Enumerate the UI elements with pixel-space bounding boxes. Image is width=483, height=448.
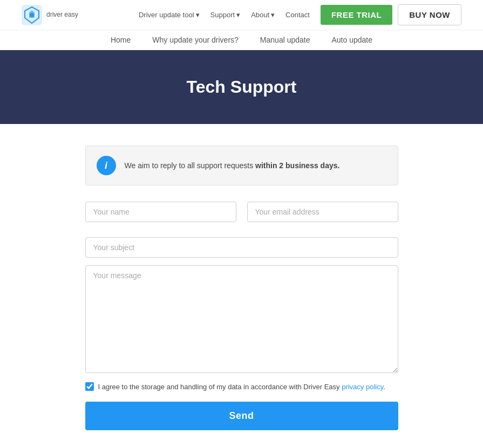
hero-section: Tech Support [0, 50, 483, 124]
dropdown-arrow-icon: ▾ [196, 11, 200, 19]
info-box: i We aim to reply to all support request… [85, 146, 398, 185]
nav-contact[interactable]: Contact [285, 11, 310, 19]
logo[interactable]: driver easy [22, 5, 78, 25]
checkbox-row: I agree to the storage and handling of m… [85, 382, 398, 391]
info-text: We aim to reply to all support requests … [125, 161, 340, 170]
privacy-policy-link[interactable]: privacy policy [342, 383, 383, 391]
email-input[interactable] [247, 202, 398, 222]
subject-field [85, 237, 398, 258]
name-email-row [85, 202, 398, 230]
nav-about[interactable]: About ▾ [251, 11, 275, 19]
nav-driver-update-tool[interactable]: Driver update tool ▾ [139, 11, 200, 19]
buy-now-button[interactable]: BUY NOW [398, 4, 461, 25]
dropdown-arrow-icon: ▾ [271, 11, 275, 19]
message-field [85, 265, 398, 375]
email-field [247, 202, 398, 222]
nav-home[interactable]: Home [111, 36, 131, 44]
subject-input[interactable] [85, 237, 398, 258]
header-top: driver easy Driver update tool ▾ Support… [0, 0, 483, 30]
free-trial-button[interactable]: FREE TRIAL [321, 5, 392, 25]
agree-checkbox[interactable] [85, 382, 94, 391]
checkbox-label: I agree to the storage and handling of m… [98, 383, 385, 391]
dropdown-arrow-icon: ▾ [236, 11, 240, 19]
nav-support[interactable]: Support ▾ [210, 11, 241, 19]
support-form: I agree to the storage and handling of m… [85, 202, 398, 430]
nav-auto-update[interactable]: Auto update [332, 36, 373, 44]
name-field [85, 202, 236, 222]
header-bottom-nav: Home Why update your drivers? Manual upd… [0, 30, 483, 50]
main-content: i We aim to reply to all support request… [74, 146, 409, 430]
logo-text: driver easy [46, 11, 78, 18]
nav-manual-update[interactable]: Manual update [260, 36, 310, 44]
header-cta: FREE TRIAL BUY NOW [321, 4, 461, 25]
page-title: Tech Support [11, 77, 472, 97]
name-input[interactable] [85, 202, 236, 222]
nav-why-update[interactable]: Why update your drivers? [152, 36, 239, 44]
svg-point-1 [30, 13, 34, 17]
logo-icon [22, 5, 42, 25]
message-input[interactable] [85, 265, 398, 373]
nav-top: Driver update tool ▾ Support ▾ About ▾ C… [139, 4, 461, 25]
info-icon: i [97, 156, 116, 175]
send-button[interactable]: Send [85, 402, 398, 430]
